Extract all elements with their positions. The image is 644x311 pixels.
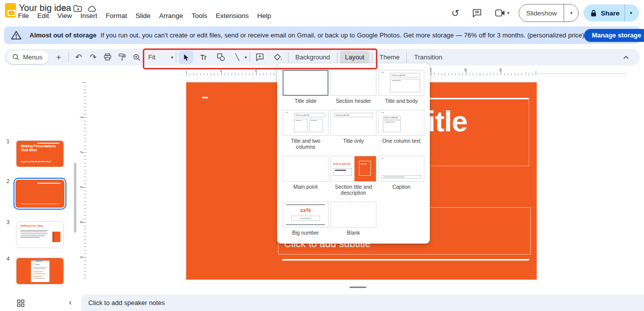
speaker-notes-panel[interactable]: Click to add speaker notes bbox=[81, 295, 644, 311]
text-box-button[interactable]: Tr bbox=[196, 51, 211, 64]
separator bbox=[406, 52, 407, 62]
slides-app-icon[interactable] bbox=[5, 3, 16, 17]
line-icon: ╲ bbox=[236, 54, 240, 60]
zoom-fit-select[interactable]: Fit bbox=[144, 51, 160, 64]
layout-option-title-slide[interactable]: Click to add title Title slide bbox=[283, 70, 328, 104]
slide-number-placeholder bbox=[202, 97, 208, 98]
chevron-left-icon: ‹ bbox=[69, 298, 72, 307]
print-icon bbox=[103, 53, 112, 61]
layout-option-title-only[interactable]: Click to add title Title only bbox=[330, 110, 376, 150]
notes-resize-handle[interactable] bbox=[349, 287, 366, 288]
manage-storage-button[interactable]: Manage storage bbox=[584, 29, 644, 42]
menu-view[interactable]: View bbox=[57, 12, 72, 19]
slide-number: 3 bbox=[6, 219, 9, 225]
layout-option-title-and-body[interactable]: Click to add title Title and body bbox=[378, 70, 424, 104]
paint-roller-icon bbox=[118, 53, 126, 61]
theme-button[interactable]: Theme bbox=[375, 51, 404, 64]
collapse-filmstrip-button[interactable]: ‹ bbox=[69, 298, 72, 308]
menu-insert[interactable]: Insert bbox=[80, 12, 97, 19]
menu-slide[interactable]: Slide bbox=[136, 12, 151, 19]
google-slides-window: Your big idea ☆ File Edit View Insert Fo… bbox=[0, 0, 644, 311]
menu-file[interactable]: File bbox=[18, 12, 29, 19]
fill-color-button[interactable] bbox=[271, 51, 286, 64]
menu-edit[interactable]: Edit bbox=[37, 12, 49, 19]
slide-thumbnail-2-selected[interactable] bbox=[13, 178, 66, 210]
insert-comment-button[interactable] bbox=[253, 51, 267, 64]
version-history-button[interactable]: ↺ bbox=[447, 4, 464, 21]
chevron-down-icon: ▾ bbox=[630, 10, 633, 15]
comment-icon bbox=[472, 8, 482, 17]
slideshow-label: Slideshow bbox=[519, 9, 564, 17]
layout-button[interactable]: Layout bbox=[340, 51, 369, 64]
zoom-button[interactable] bbox=[129, 51, 144, 64]
paint-format-button[interactable] bbox=[115, 51, 129, 64]
chevron-up-icon bbox=[623, 55, 629, 59]
layout-option-main-point[interactable]: Click to add title Main point bbox=[283, 156, 328, 196]
text-box-icon: Tr bbox=[200, 53, 207, 61]
storage-warning-banner: Almost out of storage If you run out, yo… bbox=[4, 26, 640, 44]
layout-option-section-title-and-description[interactable]: Click to add title Section title and des… bbox=[330, 156, 376, 196]
menu-help[interactable]: Help bbox=[257, 12, 271, 19]
plus-icon: + bbox=[56, 53, 61, 61]
zoom-in-icon bbox=[133, 53, 141, 61]
hide-menus-button[interactable] bbox=[619, 51, 633, 64]
new-slide-button[interactable]: + bbox=[51, 51, 66, 64]
undo-icon: ↶ bbox=[75, 53, 82, 61]
select-tool-button[interactable] bbox=[179, 51, 193, 64]
shape-button[interactable] bbox=[214, 51, 228, 64]
slideshow-options-button[interactable]: ▾ bbox=[564, 4, 578, 21]
chevron-down-icon: ▾ bbox=[507, 10, 510, 15]
menu-arrange[interactable]: Arrange bbox=[159, 12, 183, 19]
transition-button[interactable]: Transition bbox=[409, 51, 447, 64]
header: Your big idea ☆ File Edit View Insert Fo… bbox=[0, 0, 644, 26]
slide-filmstrip: 1 Making Presentations That Stick A guid… bbox=[0, 65, 80, 295]
comment-plus-icon bbox=[256, 53, 264, 61]
chevron-down-icon: ▾ bbox=[570, 10, 573, 15]
line-tool-button[interactable]: ╲ bbox=[230, 51, 245, 64]
menus-label: Menus bbox=[23, 53, 42, 61]
move-folder-icon[interactable] bbox=[73, 5, 82, 12]
filmstrip-scrollbar[interactable] bbox=[74, 163, 76, 233]
meet-button[interactable]: ▾ bbox=[491, 4, 514, 21]
layout-option-one-column-text[interactable]: Click to add title One column text bbox=[378, 110, 424, 150]
chevron-down-icon[interactable]: ▾ bbox=[171, 55, 173, 60]
layout-dropdown-panel: Click to add title Title slide Click to … bbox=[277, 63, 430, 244]
redo-button[interactable]: ↷ bbox=[86, 51, 100, 64]
menu-format[interactable]: Format bbox=[106, 12, 127, 19]
search-icon bbox=[12, 53, 19, 61]
comments-button[interactable] bbox=[469, 4, 486, 21]
background-button[interactable]: Background bbox=[291, 51, 334, 64]
layout-option-title-and-two-columns[interactable]: Click to add title Title and two columns bbox=[283, 110, 328, 150]
ruler-number: 2 bbox=[255, 67, 257, 72]
fit-label: Fit bbox=[148, 53, 155, 61]
undo-button[interactable]: ↶ bbox=[71, 51, 86, 64]
slide-thumbnail-4[interactable]: 1. Intro bbox=[16, 258, 64, 285]
slide-number: 4 bbox=[6, 256, 9, 262]
menu-tools[interactable]: Tools bbox=[192, 12, 208, 19]
warning-icon bbox=[11, 30, 21, 40]
separator bbox=[337, 52, 337, 62]
layout-option-big-number[interactable]: xx% Big number bbox=[283, 202, 328, 236]
decorative-line bbox=[282, 259, 529, 261]
camera-icon bbox=[495, 9, 505, 16]
cloud-status-icon[interactable] bbox=[88, 5, 97, 12]
filmstrip-footer: ‹ bbox=[0, 295, 81, 311]
shape-icon bbox=[217, 53, 225, 61]
grid-view-button[interactable] bbox=[17, 300, 24, 307]
share-options-button[interactable]: ▾ bbox=[625, 4, 637, 21]
share-button[interactable]: Share ▾ bbox=[584, 4, 639, 21]
menu-extensions[interactable]: Extensions bbox=[216, 12, 249, 19]
history-icon: ↺ bbox=[451, 8, 459, 18]
chevron-down-icon[interactable]: ▾ bbox=[245, 55, 247, 60]
layout-option-blank[interactable]: Blank bbox=[330, 202, 376, 236]
slideshow-button[interactable]: Slideshow ▾ bbox=[519, 4, 579, 22]
slide-thumbnail-3[interactable]: Selling your idea bbox=[16, 221, 64, 248]
menus-search-button[interactable]: Menus bbox=[7, 51, 48, 64]
layout-option-section-header[interactable]: Click to add title Section header bbox=[330, 70, 376, 104]
layout-option-caption[interactable]: Caption bbox=[378, 156, 424, 196]
print-button[interactable] bbox=[100, 51, 115, 64]
ruler-number: 9 bbox=[499, 67, 502, 72]
paint-bucket-icon bbox=[274, 53, 283, 61]
lock-icon bbox=[591, 9, 597, 17]
slide-thumbnail-1[interactable]: Making Presentations That Stick A guide … bbox=[16, 140, 64, 167]
